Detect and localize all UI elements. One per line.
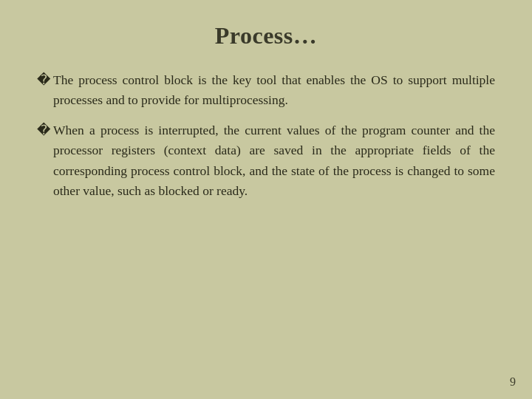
slide-container: Process… � The process control block is … — [0, 0, 532, 399]
page-number: 9 — [510, 375, 516, 389]
slide-content: � The process control block is the key t… — [37, 70, 495, 201]
bullet-text-1: The process control block is the key too… — [53, 70, 495, 110]
slide-title: Process… — [37, 22, 495, 50]
bullet-marker-1: � — [37, 70, 50, 90]
bullet-text-2: When a process is interrupted, the curre… — [53, 120, 495, 201]
bullet-item-1: � The process control block is the key t… — [37, 70, 495, 110]
bullet-item-2: � When a process is interrupted, the cur… — [37, 120, 495, 201]
bullet-marker-2: � — [37, 120, 50, 140]
